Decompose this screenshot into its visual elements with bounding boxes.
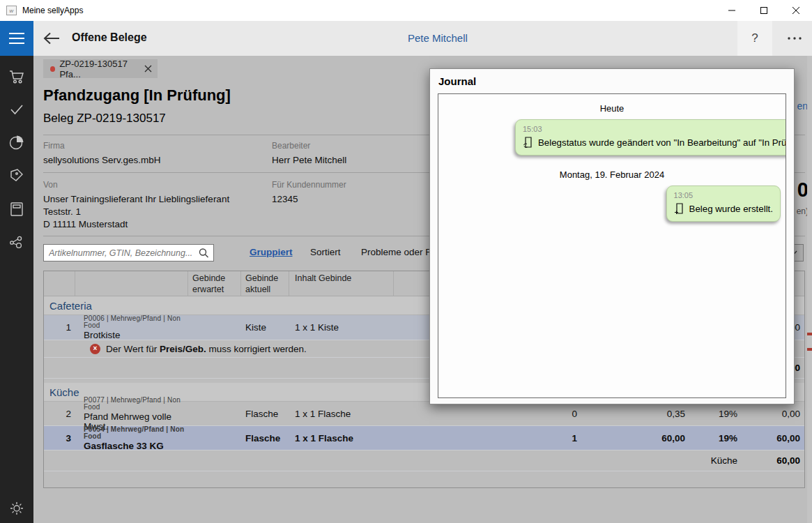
- pie-chart-icon: [8, 134, 25, 151]
- search-icon: [198, 248, 209, 259]
- article-name: Brotkiste: [84, 330, 121, 340]
- user-name-link[interactable]: Pete Mitchell: [408, 32, 468, 44]
- table-row-selected[interactable]: 3 P0054 | Mehrweg/Pfand | Non Food Gasfl…: [44, 426, 804, 450]
- sidebar-item-journal[interactable]: [0, 197, 33, 221]
- von-label: Von: [43, 180, 58, 190]
- column-header-gebinde-aktuell[interactable]: Gebinde aktuell: [241, 271, 289, 296]
- preis-cell: 0,35: [580, 409, 688, 419]
- preis-cell: 60,00: [580, 433, 688, 444]
- sidebar: [0, 56, 33, 523]
- menge-cell: 1: [524, 433, 580, 444]
- document-status-icon: [523, 136, 534, 149]
- hamburger-menu-button[interactable]: [0, 21, 33, 56]
- tab-label: ZP-0219-130517 Pfa...: [59, 59, 144, 79]
- sidebar-item-tasks[interactable]: [0, 98, 33, 121]
- cart-icon: [8, 69, 25, 84]
- document-tab[interactable]: ZP-0219-130517 Pfa...: [43, 59, 158, 78]
- sidebar-item-cart[interactable]: [0, 65, 33, 89]
- share-icon: [8, 234, 25, 250]
- journal-entry[interactable]: 15:03 Belegstatus wurde geändert von "In…: [515, 119, 786, 156]
- journal-entry-text: Belegstatus wurde geändert von "In Bearb…: [538, 137, 786, 148]
- row-number: 1: [44, 322, 75, 333]
- menge-cell: 0: [524, 409, 580, 419]
- close-icon: [144, 65, 152, 73]
- sidebar-item-statistics[interactable]: [0, 130, 33, 154]
- gear-icon: [8, 500, 25, 517]
- firma-label: Firma: [43, 141, 65, 151]
- journal-entry-time: 13:05: [674, 191, 773, 199]
- bearbeiter-label: Bearbeiter: [272, 141, 310, 151]
- journal-panel: Heute 15:03 Belegstatus wurde geändert v…: [438, 93, 786, 398]
- journal-entry[interactable]: 13:05 Beleg wurde erstellt.: [666, 185, 781, 222]
- document-number: Beleg ZP-0219-130517: [43, 112, 166, 126]
- row-number: 2: [44, 409, 75, 419]
- minimize-button[interactable]: [716, 0, 748, 21]
- check-icon: [8, 103, 25, 116]
- summe-cell: 0,00: [740, 409, 804, 419]
- window-title: Meine sellyApps: [22, 6, 83, 15]
- kundennummer-value: 12345: [272, 193, 298, 206]
- document-plus-icon: [674, 202, 685, 215]
- back-arrow-icon: [43, 31, 61, 45]
- search-input[interactable]: [44, 248, 198, 258]
- bearbeiter-value: Herr Pete Mitchell: [272, 154, 346, 167]
- scrollbar[interactable]: [807, 56, 812, 523]
- journal-date-heading: Montag, 19. Februar 2024: [438, 169, 786, 180]
- tab-close-button[interactable]: [144, 65, 152, 73]
- journal-popup: Journal Heute 15:03 Belegstatus wurde ge…: [429, 68, 795, 404]
- minimize-icon: [728, 6, 736, 15]
- article-meta: P0006 | Mehrweg/Pfand | Non Food: [84, 315, 188, 329]
- close-button[interactable]: [780, 0, 812, 21]
- more-options-button[interactable]: [777, 21, 812, 56]
- table-row[interactable]: 2 P0077 | Mehrweg/Pfand | Non Food Pfand…: [44, 402, 804, 426]
- mwst-cell: 19%: [688, 409, 740, 419]
- page-title: Offene Belege: [72, 31, 147, 44]
- journal-entry-time: 15:03: [523, 125, 786, 133]
- scrollbar-error-mark: [807, 333, 812, 335]
- inhalt-cell: 1 x 1 Flasche: [289, 433, 394, 444]
- filter-sortiert-link[interactable]: Sortiert: [310, 247, 341, 257]
- article-meta: P0077 | Mehrweg/Pfand | Non Food: [84, 397, 188, 411]
- nav-bar: Offene Belege Pete Mitchell ?: [0, 21, 812, 56]
- summe-cell: 60,00: [740, 433, 804, 444]
- scrollbar-error-mark: [807, 348, 812, 351]
- tag-icon: [8, 167, 25, 184]
- article-cell: P0054 | Mehrweg/Pfand | Non Food Gasflas…: [75, 425, 188, 451]
- maximize-button[interactable]: [748, 0, 780, 21]
- unsaved-indicator-dot: [50, 66, 55, 72]
- app-icon: w: [6, 6, 17, 15]
- error-icon: ×: [90, 344, 100, 354]
- inhalt-cell: 1 x 1 Flasche: [289, 409, 394, 419]
- inhalt-cell: 1 x 1 Kiste: [289, 322, 394, 333]
- clipped-action-link[interactable]: en: [797, 100, 808, 112]
- sidebar-item-share[interactable]: [0, 230, 33, 254]
- article-meta: P0054 | Mehrweg/Pfand | Non Food: [84, 426, 188, 440]
- kundennummer-label: Für Kundennummer: [272, 180, 346, 190]
- ellipsis-icon: [787, 36, 802, 40]
- window-titlebar: w Meine sellyApps: [0, 0, 812, 21]
- group-subtotal-row: Küche 60,00: [44, 450, 804, 471]
- von-value: Unser Trainingslieferant Ihr Lieblingsli…: [43, 193, 229, 231]
- journal-date-heading: Heute: [438, 103, 786, 114]
- sidebar-item-prices[interactable]: [0, 164, 33, 188]
- gebinde-aktuell-cell: Flasche: [241, 433, 289, 444]
- document-title: Pfandzugang [In Prüfung]: [43, 86, 231, 105]
- article-cell: P0006 | Mehrweg/Pfand | Non Food Brotkis…: [75, 314, 188, 340]
- article-search-box: [43, 244, 214, 262]
- article-name: Gasflasche 33 KG: [84, 441, 164, 451]
- subtotal-label: Küche: [688, 455, 740, 466]
- column-header-inhalt-gebinde[interactable]: Inhalt Gebinde: [289, 271, 394, 296]
- maximize-icon: [760, 6, 768, 15]
- subtotal-value: 60,00: [740, 455, 804, 466]
- close-icon: [792, 6, 800, 15]
- filter-gruppiert-link[interactable]: Gruppiert: [250, 247, 293, 257]
- journal-entry-text: Beleg wurde erstellt.: [689, 204, 773, 214]
- column-header-gebinde-erwartet[interactable]: Gebinde erwartet: [188, 271, 241, 296]
- firma-value: sellysolutions Serv.ges.mbH: [43, 154, 161, 167]
- help-button[interactable]: ?: [737, 21, 772, 56]
- book-icon: [9, 201, 24, 218]
- sidebar-item-settings[interactable]: [0, 497, 33, 520]
- back-button[interactable]: [40, 30, 63, 47]
- gebinde-aktuell-cell: Kiste: [241, 322, 289, 333]
- journal-title: Journal: [438, 75, 476, 87]
